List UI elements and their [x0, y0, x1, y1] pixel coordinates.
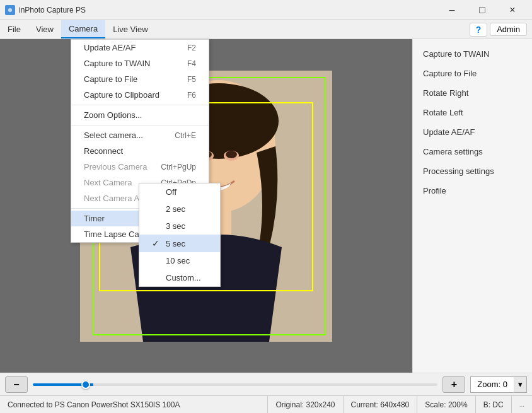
panel-update-ae-af[interactable]: Update AE/AF — [413, 122, 532, 142]
panel-camera-settings[interactable]: Camera settings — [413, 142, 532, 161]
panel-rotate-left[interactable]: Rotate Left — [413, 103, 532, 122]
status-connection: Connected to PS Canon PowerShot SX150IS … — [0, 396, 268, 413]
menu-item-shortcut: F4 — [187, 59, 196, 68]
menu-item-capture-file[interactable]: Capture to File F5 — [71, 71, 209, 87]
menu-item-shortcut: F2 — [187, 44, 196, 52]
menu-item-capture-clipboard[interactable]: Capture to Clipboard F6 — [71, 87, 209, 103]
right-panel: Capture to TWAIN Capture to File Rotate … — [412, 39, 532, 373]
zoom-slider-container — [33, 383, 437, 386]
check-mark-5sec: ✓ — [152, 238, 161, 248]
menu-item-shortcut: Ctrl+E — [175, 131, 196, 140]
menu-item-label: Capture to TWAIN — [84, 59, 150, 68]
submenu-item-custom[interactable]: Custom... — [139, 269, 220, 286]
panel-capture-file[interactable]: Capture to File — [413, 64, 532, 83]
window-title: inPhoto Capture PS — [19, 6, 86, 15]
menu-item-label: Previous Camera — [84, 162, 147, 172]
zoom-plus-button[interactable]: + — [442, 376, 465, 393]
menu-item-label: Update AE/AF — [84, 43, 136, 52]
menu-item-label: Reconnect — [84, 146, 123, 156]
menu-item-capture-twain[interactable]: Capture to TWAIN F4 — [71, 55, 209, 71]
zoom-dropdown-button[interactable]: ▾ — [514, 376, 527, 393]
submenu-item-2sec[interactable]: 2 sec — [139, 201, 220, 218]
status-bar: Connected to PS Canon PowerShot SX150IS … — [0, 395, 532, 413]
zoom-slider-thumb[interactable] — [81, 380, 90, 389]
window-controls: – □ × — [437, 0, 527, 20]
app-icon — [5, 5, 15, 15]
menu-item-label: Next Camera — [84, 178, 132, 187]
menu-camera[interactable]: Camera — [61, 20, 105, 38]
menu-item-reconnect[interactable]: Reconnect — [71, 143, 209, 159]
admin-button[interactable]: Admin — [490, 23, 527, 36]
panel-profile[interactable]: Profile — [413, 181, 532, 201]
status-mode: B: DC — [476, 396, 512, 413]
menu-bar: File View Camera Live View ? Admin — [0, 20, 532, 39]
menu-separator-1 — [71, 105, 209, 105]
status-original: Original: 320x240 — [268, 396, 343, 413]
menu-item-update-ae-af[interactable]: Update AE/AF F2 — [71, 40, 209, 55]
menu-item-label: Capture to File — [84, 74, 137, 84]
zoom-minus-button[interactable]: − — [5, 376, 28, 393]
panel-capture-twain[interactable]: Capture to TWAIN — [413, 44, 532, 64]
menu-item-shortcut: Ctrl+PgUp — [161, 163, 196, 172]
toolbar-area: − + Zoom: 0 ▾ — [0, 373, 532, 395]
menu-live-view[interactable]: Live View — [105, 20, 155, 38]
menu-separator-2 — [71, 125, 209, 125]
panel-rotate-right[interactable]: Rotate Right — [413, 83, 532, 103]
menu-item-select-camera[interactable]: Select camera... Ctrl+E — [71, 127, 209, 143]
submenu-item-10sec[interactable]: 10 sec — [139, 252, 220, 269]
menu-item-zoom-options[interactable]: Zoom Options... — [71, 107, 209, 123]
submenu-item-3sec[interactable]: 3 sec — [139, 218, 220, 235]
title-bar: inPhoto Capture PS – □ × — [0, 0, 532, 20]
menu-item-shortcut: F5 — [187, 75, 196, 84]
submenu-item-label: 2 sec — [166, 204, 185, 214]
menu-item-prev-camera: Previous Camera Ctrl+PgUp — [71, 159, 209, 175]
submenu-item-label: 5 sec — [166, 239, 185, 248]
menu-view[interactable]: View — [28, 20, 61, 38]
submenu-item-off[interactable]: Off — [139, 183, 220, 201]
zoom-display: Zoom: 0 ▾ — [470, 376, 527, 393]
zoom-value: Zoom: 0 — [470, 376, 514, 393]
status-scale: Scale: 200% — [417, 396, 475, 413]
zoom-slider[interactable] — [33, 383, 437, 386]
close-button[interactable]: × — [498, 0, 527, 20]
status-current: Current: 640x480 — [344, 396, 418, 413]
submenu-item-label: Custom... — [166, 273, 201, 282]
menu-item-label: Timer — [84, 214, 105, 223]
menu-item-shortcut: F6 — [187, 91, 196, 100]
menu-item-label: Zoom Options... — [84, 110, 142, 120]
submenu-item-label: 10 sec — [166, 256, 190, 265]
submenu-item-label: Off — [166, 187, 176, 197]
submenu-item-label: 3 sec — [166, 221, 185, 231]
timer-submenu: Off 2 sec 3 sec ✓ 5 sec 10 sec Custom... — [139, 183, 221, 287]
chevron-down-icon: ▾ — [518, 380, 523, 389]
submenu-item-5sec[interactable]: ✓ 5 sec — [139, 235, 220, 252]
menu-item-label: Capture to Clipboard — [84, 90, 159, 100]
menu-item-label: Select camera... — [84, 131, 143, 140]
minimize-button[interactable]: – — [437, 0, 466, 20]
svg-point-1 — [8, 8, 12, 12]
panel-processing-settings[interactable]: Processing settings — [413, 161, 532, 181]
status-dots: ... — [512, 396, 532, 413]
maximize-button[interactable]: □ — [468, 0, 497, 20]
menu-file[interactable]: File — [0, 20, 28, 38]
help-button[interactable]: ? — [470, 23, 487, 37]
